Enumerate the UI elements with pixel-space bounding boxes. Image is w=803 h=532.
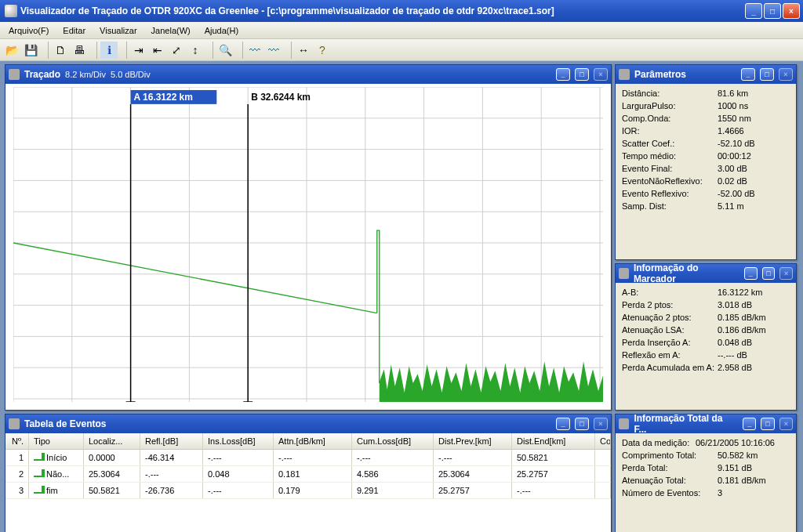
- panel-max-button[interactable]: □: [761, 418, 774, 430]
- panel-min-button[interactable]: _: [744, 267, 758, 280]
- panel-close-button[interactable]: ×: [779, 418, 793, 430]
- wave-1-icon[interactable]: 〰: [246, 42, 263, 59]
- panel-close-button[interactable]: ×: [779, 267, 793, 280]
- parameters-panel: Parâmetros _ □ × Distância:81.6 km Largu…: [615, 64, 797, 260]
- events-body: Nº. Tipo Localiz... Refl.[dB] Ins.Loss[d…: [5, 433, 611, 532]
- col-header-de[interactable]: Dist.End[km]: [512, 433, 595, 449]
- cell-refl: -46.314: [140, 450, 203, 465]
- marker-value: 0.185 dB/km: [718, 313, 790, 322]
- marker-key: Atenuação LSA:: [622, 325, 718, 335]
- panel-min-button[interactable]: _: [743, 418, 756, 430]
- menu-janela[interactable]: Janela(W): [146, 24, 196, 38]
- marker-a-icon[interactable]: ⇥: [130, 42, 147, 59]
- total-key: Número de Eventos:: [622, 488, 718, 498]
- col-header-com[interactable]: Coment: [595, 433, 611, 449]
- panel-min-button[interactable]: _: [556, 418, 570, 430]
- trace-chart[interactable]: A 16.3122 km B 32.6244 km: [13, 87, 603, 402]
- col-header-dp[interactable]: Dist.Prev.[km]: [434, 433, 512, 449]
- marker-value: 16.3122 km: [718, 288, 790, 297]
- cell-loc: 0.0000: [84, 450, 140, 465]
- param-key: Evento Reflexivo:: [622, 189, 718, 198]
- cell-dp: 25.3064: [434, 466, 512, 482]
- wave-2-icon[interactable]: 〰: [265, 42, 282, 59]
- toolbar: 📂 💾 🗋 🖶 ℹ ⇥ ⇤ ⤢ ↕ 🔍 〰 〰 ↔ ?: [0, 39, 803, 61]
- separator: [121, 42, 127, 59]
- total-key: Comprimento Total:: [622, 451, 718, 460]
- panel-min-button[interactable]: _: [556, 68, 570, 81]
- cell-cum: 9.291: [352, 483, 434, 498]
- info-icon[interactable]: ℹ: [100, 42, 118, 59]
- col-header-cum[interactable]: Cum.Loss[dB]: [352, 433, 434, 449]
- col-header-attn[interactable]: Attn.[dB/km]: [274, 433, 352, 449]
- panel-max-button[interactable]: □: [575, 418, 589, 430]
- cell-cum: -.---: [352, 450, 434, 465]
- trace-xdiv: 8.2 km/Div: [65, 70, 106, 79]
- parameters-titlebar[interactable]: Parâmetros _ □ ×: [616, 65, 796, 84]
- panel-close-button[interactable]: ×: [779, 68, 793, 81]
- cell-com: [595, 450, 611, 465]
- total-key: Data da medição:: [622, 438, 696, 447]
- minimize-button[interactable]: _: [745, 3, 762, 19]
- param-value: 1550 nm: [718, 114, 790, 123]
- param-key: Tempo médio:: [622, 151, 718, 161]
- save-icon[interactable]: 💾: [22, 42, 39, 59]
- events-rows: 1Início0.0000-46.314-.----.----.----.---…: [5, 450, 611, 499]
- param-key: Samp. Dist:: [622, 201, 718, 211]
- menu-arquivo[interactable]: Arquivo(F): [3, 24, 54, 38]
- marker-key: Perda Acumulada em A:: [622, 363, 718, 372]
- marker-key: A-B:: [622, 288, 718, 297]
- table-row[interactable]: 2Não...25.3064-.---0.0480.1814.58625.306…: [5, 466, 611, 483]
- cell-de: 25.2757: [512, 466, 595, 482]
- col-header-loc[interactable]: Localiz...: [84, 433, 140, 449]
- col-header-refl[interactable]: Refl.[dB]: [140, 433, 203, 449]
- zoom-icon[interactable]: 🔍: [216, 42, 234, 59]
- panel-icon: [9, 69, 20, 80]
- table-row[interactable]: 1Início0.0000-46.314-.----.----.----.---…: [5, 450, 611, 466]
- col-header-ins[interactable]: Ins.Loss[dB]: [203, 433, 274, 449]
- panel-max-button[interactable]: □: [762, 267, 776, 280]
- events-titlebar[interactable]: Tabela de Eventos _ □ ×: [5, 414, 611, 433]
- marker-titlebar[interactable]: Informação do Marcador _ □ ×: [616, 264, 796, 283]
- panel-max-button[interactable]: □: [575, 68, 589, 81]
- help-icon[interactable]: ?: [314, 42, 331, 59]
- cell-com: [595, 466, 611, 482]
- event-icon: [34, 454, 43, 461]
- print-preview-icon[interactable]: 🗋: [52, 42, 69, 59]
- param-value: 00:00:12: [718, 151, 790, 161]
- table-row[interactable]: 3fim50.5821-26.736-.---0.1799.29125.2757…: [5, 483, 611, 499]
- total-titlebar[interactable]: Informação Total da F... _ □ ×: [616, 414, 796, 433]
- separator: [42, 42, 49, 59]
- marker-key: Perda Inserção A:: [622, 338, 718, 347]
- cell-tipo: Início: [29, 450, 84, 465]
- marker-body: A-B:16.3122 km Perda 2 ptos:3.018 dB Ate…: [616, 283, 796, 410]
- cell-ins: -.---: [203, 450, 274, 465]
- panel-close-button[interactable]: ×: [594, 68, 608, 81]
- trace-titlebar[interactable]: Traçado 8.2 km/Div 5.0 dB/Div _ □ ×: [5, 65, 611, 84]
- print-icon[interactable]: 🖶: [71, 42, 88, 59]
- menu-visualizar[interactable]: Visualizar: [94, 24, 143, 38]
- param-value: -52.00 dB: [718, 189, 790, 198]
- menu-ajuda[interactable]: Ajuda(H): [199, 24, 244, 38]
- mdi-workspace: Traçado 8.2 km/Div 5.0 dB/Div _ □ ×: [0, 61, 803, 532]
- panel-icon: [619, 268, 629, 279]
- close-button[interactable]: ×: [783, 3, 800, 19]
- col-header-no[interactable]: Nº.: [5, 433, 29, 449]
- cell-loc: 25.3064: [84, 466, 140, 482]
- param-value: -52.10 dB: [718, 139, 790, 148]
- trace-body[interactable]: A 16.3122 km B 32.6244 km: [5, 84, 611, 410]
- events-panel: Tabela de Eventos _ □ × Nº. Tipo Localiz…: [5, 414, 612, 532]
- col-header-tipo[interactable]: Tipo: [29, 433, 84, 449]
- marker-both-icon[interactable]: ↕: [187, 42, 204, 59]
- param-value: 5.11 m: [718, 201, 790, 211]
- open-icon[interactable]: 📂: [3, 42, 20, 59]
- panel-max-button[interactable]: □: [760, 68, 774, 81]
- cell-no: 1: [5, 450, 29, 465]
- panel-close-button[interactable]: ×: [594, 418, 608, 430]
- marker-b-icon[interactable]: ⇤: [149, 42, 166, 59]
- maximize-button[interactable]: □: [764, 3, 781, 19]
- menu-editar[interactable]: Editar: [57, 24, 91, 38]
- parameters-title: Parâmetros: [634, 69, 686, 80]
- panel-min-button[interactable]: _: [741, 68, 755, 81]
- marker-swap-icon[interactable]: ⤢: [168, 42, 185, 59]
- span-icon[interactable]: ↔: [295, 42, 312, 59]
